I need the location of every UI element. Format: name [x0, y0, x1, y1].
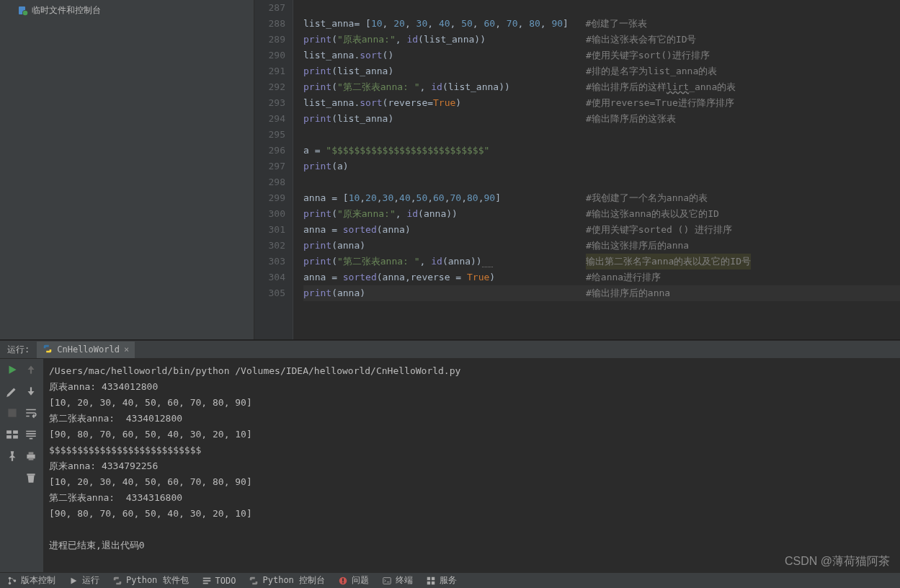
output-line: $$$$$$$$$$$$$$$$$$$$$$$$$$$	[49, 442, 894, 458]
run-tab-label: CnHelloWorld	[57, 344, 120, 355]
code-line[interactable]	[303, 127, 900, 143]
code-line[interactable]: anna = [10,20,30,40,50,60,70,80,90]#我创建了…	[303, 190, 900, 206]
svg-rect-24	[383, 577, 391, 584]
svg-point-17	[14, 579, 17, 582]
svg-rect-7	[13, 435, 18, 439]
line-number: 290	[254, 48, 285, 63]
code-line[interactable]: list_anna.sort(reverse=True)#使用reverse=T…	[303, 95, 900, 111]
code-line[interactable]	[303, 0, 900, 16]
svg-rect-28	[432, 581, 435, 584]
comment: 输出第二张名字anna的表以及它的ID号	[586, 254, 751, 270]
line-number: 304	[254, 270, 285, 285]
comment: #输出排序后的这样lirt_anna的表	[586, 79, 736, 95]
settings-button[interactable]	[6, 385, 19, 398]
print-button[interactable]	[24, 450, 37, 463]
comment: #输出这张表会有它的ID号	[586, 32, 696, 48]
line-number: 293	[254, 95, 285, 111]
code-line[interactable]: print(list_anna)#输出降序后的这张表	[303, 111, 900, 127]
code-line[interactable]: a = "$$$$$$$$$$$$$$$$$$$$$$$$$$$"	[303, 143, 900, 159]
comment: #我创建了一个名为anna的表	[586, 190, 708, 206]
output-line: 原表anna: 4334012800	[49, 379, 894, 395]
statusbar-item-problems[interactable]: 问题	[338, 574, 369, 587]
svg-rect-23	[342, 582, 344, 583]
statusbar-item-python[interactable]: Python 软件包	[112, 574, 189, 587]
soft-wrap-button[interactable]	[24, 406, 37, 419]
statusbar-item-terminal[interactable]: 终端	[382, 574, 413, 587]
rerun-button[interactable]	[6, 363, 19, 376]
code-line[interactable]: print("原来anna:", id(anna))#输出这张anna的表以及它…	[303, 206, 900, 222]
tree-item-scratches[interactable]: 临时文件和控制台	[0, 3, 254, 18]
statusbar-item-services[interactable]: 服务	[426, 574, 457, 587]
svg-rect-4	[6, 430, 12, 434]
line-number: 288	[254, 16, 285, 32]
project-sidebar[interactable]: 临时文件和控制台	[0, 0, 254, 339]
line-number: 298	[254, 174, 285, 190]
close-icon[interactable]: ×	[124, 344, 129, 355]
code-line[interactable]	[303, 174, 900, 190]
scratches-icon	[17, 5, 29, 17]
line-number: 289	[254, 32, 285, 48]
code-line[interactable]: list_anna= [10, 20, 30, 40, 50, 60, 70, …	[303, 16, 900, 32]
svg-rect-18	[202, 577, 210, 579]
svg-point-15	[9, 576, 12, 579]
run-tool-window: 运行: CnHelloWorld ×	[0, 340, 900, 572]
svg-rect-10	[30, 387, 32, 392]
svg-rect-9	[30, 369, 32, 374]
run-label: 运行:	[0, 344, 37, 356]
run-tabs: 运行: CnHelloWorld ×	[0, 340, 900, 359]
code-line[interactable]: print(anna)#输出排序后的anna	[303, 285, 900, 301]
comment: #给anna进行排序	[586, 270, 661, 285]
status-bar: 版本控制运行Python 软件包TODOPython 控制台问题终端服务	[0, 572, 900, 588]
svg-point-2	[23, 10, 28, 15]
output-line: 第二张表anna: 4334012800	[49, 411, 894, 427]
trash-button[interactable]	[24, 471, 37, 484]
up-button[interactable]	[24, 363, 37, 376]
output-line	[49, 522, 894, 538]
pin-button[interactable]	[6, 450, 19, 463]
python-icon	[43, 344, 53, 356]
code-line[interactable]: anna = sorted(anna)#使用关键字sorted () 进行排序	[303, 222, 900, 238]
run-tab[interactable]: CnHelloWorld ×	[37, 342, 135, 358]
svg-rect-19	[202, 580, 210, 582]
output-line: [10, 20, 30, 40, 50, 60, 70, 80, 90]	[49, 395, 894, 411]
code-line[interactable]: print(list_anna)#排的是名字为list_anna的表	[303, 63, 900, 79]
code-editor[interactable]: 2872882892902912922932942952962972982993…	[254, 0, 900, 339]
statusbar-item-pyconsole[interactable]: Python 控制台	[249, 574, 325, 587]
gutter: 2872882892902912922932942952962972982993…	[254, 0, 293, 339]
line-number: 303	[254, 254, 285, 270]
output-line: 第二张表anna: 4334316800	[49, 490, 894, 506]
line-number: 295	[254, 127, 285, 143]
statusbar-item-run[interactable]: 运行	[68, 574, 99, 587]
svg-rect-22	[342, 578, 344, 581]
svg-rect-27	[427, 581, 430, 584]
scroll-to-end-button[interactable]	[24, 428, 37, 441]
svg-rect-12	[29, 452, 34, 454]
comment: #使用reverse=True进行降序排序	[586, 95, 734, 111]
code-line[interactable]: list_anna.sort()#使用关键字sort()进行排序	[303, 48, 900, 63]
code-line[interactable]: print(a)	[303, 159, 900, 174]
comment: #使用关键字sort()进行排序	[586, 48, 710, 63]
code-line[interactable]: print("第二张表anna: ", id(anna)) 输出第二张名字ann…	[303, 254, 900, 270]
code-line[interactable]: print("第二张表anna: ", id(list_anna))#输出排序后…	[303, 79, 900, 95]
comment: #输出排序后的anna	[586, 285, 670, 301]
layout-button[interactable]	[6, 428, 19, 441]
run-toolbar	[0, 359, 43, 572]
line-number: 296	[254, 143, 285, 159]
code-area[interactable]: list_anna= [10, 20, 30, 40, 50, 60, 70, …	[293, 0, 900, 339]
svg-rect-26	[432, 576, 435, 579]
code-line[interactable]: print("原表anna:", id(list_anna))#输出这张表会有它…	[303, 32, 900, 48]
svg-rect-13	[29, 458, 34, 460]
output-line: /Users/mac/helloworld/bin/python /Volume…	[49, 363, 894, 379]
run-output[interactable]: /Users/mac/helloworld/bin/python /Volume…	[43, 359, 900, 572]
down-button[interactable]	[24, 385, 37, 398]
line-number: 297	[254, 159, 285, 174]
comment: #使用关键字sorted () 进行排序	[586, 222, 732, 238]
line-number: 299	[254, 190, 285, 206]
comment: #输出降序后的这张表	[586, 111, 676, 127]
code-line[interactable]: anna = sorted(anna,reverse = True)#给anna…	[303, 270, 900, 285]
code-line[interactable]: print(anna)#输出这张排序后的anna	[303, 238, 900, 254]
stop-button[interactable]	[6, 406, 19, 419]
statusbar-item-vcs[interactable]: 版本控制	[7, 574, 55, 587]
statusbar-item-todo[interactable]: TODO	[202, 576, 236, 586]
output-line: [90, 80, 70, 60, 50, 40, 30, 20, 10]	[49, 506, 894, 522]
